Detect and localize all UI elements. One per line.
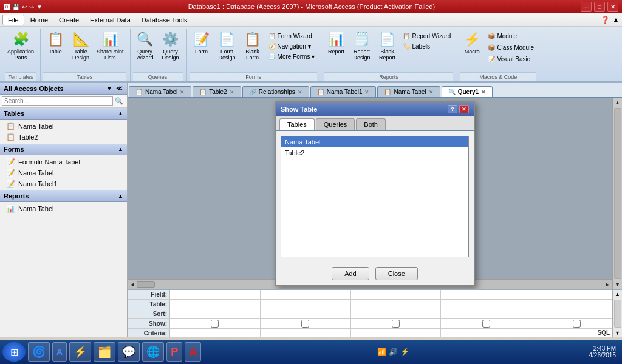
taskbar-app-access[interactable]: A (185, 342, 201, 362)
query-wizard-button[interactable]: 🔍 QueryWizard (133, 30, 157, 62)
search-input[interactable] (2, 96, 113, 106)
grid-scroll-track[interactable] (614, 300, 621, 328)
show-check-3[interactable] (351, 319, 442, 328)
tab-nama-tabel-5-close[interactable]: ✕ (429, 89, 434, 95)
nav-collapse-icon[interactable]: ▼ (105, 84, 114, 92)
grid-vertical-scroll[interactable]: ▲ ▼ (612, 290, 622, 337)
nav-section-reports[interactable]: Reports ▲ (0, 190, 127, 202)
table-design-button[interactable]: 📐 TableDesign (69, 30, 93, 62)
table-cell-4[interactable] (441, 300, 531, 309)
nav-item-nama-tabel[interactable]: 📋 Nama Tabel (0, 121, 127, 132)
table-cell-5[interactable] (531, 300, 622, 309)
tab-nama-tabel-close[interactable]: ✕ (180, 89, 185, 95)
report-button[interactable]: 📊 Report (324, 30, 348, 56)
sort-cell-2[interactable] (261, 309, 351, 318)
application-parts-button[interactable]: 🧩 ApplicationParts (5, 30, 36, 62)
field-cell-4[interactable] (441, 290, 531, 299)
start-button[interactable]: ⊞ (2, 342, 26, 362)
sort-cell-3[interactable] (351, 309, 442, 318)
tab-table2[interactable]: 📋 Table2 ✕ (193, 86, 241, 97)
save-quick-icon[interactable]: 💾 (12, 4, 19, 10)
tab-nama-tabel1[interactable]: 📋 Nama Tabel1 ✕ (310, 86, 377, 97)
dropdown-quick-icon[interactable]: ▼ (36, 4, 43, 10)
menu-home[interactable]: Home (26, 15, 53, 25)
dialog-tab-queries[interactable]: Queries (316, 118, 355, 130)
field-cell-3[interactable] (351, 290, 442, 299)
report-design-button[interactable]: 🗒️ ReportDesign (349, 30, 374, 62)
criteria-cell-1[interactable] (170, 329, 261, 337)
field-cell-1[interactable] (170, 290, 261, 299)
table-cell-2[interactable] (261, 300, 351, 309)
table-list[interactable]: Nama Tabel Table2 (281, 136, 469, 257)
dialog-help-button[interactable]: ? (448, 105, 457, 113)
table-list-item-table2[interactable]: Table2 (281, 147, 468, 158)
show-check-5[interactable] (531, 319, 622, 328)
more-forms-dropdown-icon[interactable]: ▾ (312, 53, 315, 60)
criteria-cell-2[interactable] (261, 329, 351, 337)
sort-cell-5[interactable] (531, 309, 622, 318)
nav-item-formulir[interactable]: 📝 Formulir Nama Tabel (0, 157, 127, 167)
class-module-button[interactable]: 📦 Class Module (485, 43, 536, 52)
tab-query1-close[interactable]: ✕ (481, 89, 486, 95)
query-design-button[interactable]: ⚙️ QueryDesign (159, 30, 183, 62)
sharepoint-button[interactable]: 📊 SharePointLists (94, 30, 126, 62)
tab-query1[interactable]: 🔍 Query1 ✕ (442, 86, 493, 97)
tab-relationships[interactable]: 🔗 Relationships ✕ (242, 86, 309, 97)
nav-item-nama-tabel-report[interactable]: 📊 Nama Tabel (0, 203, 127, 214)
redo-quick-icon[interactable]: ↪ (29, 4, 34, 10)
maximize-button[interactable]: □ (594, 2, 605, 12)
grid-scroll-up[interactable]: ▲ (613, 290, 621, 298)
criteria-cell-3[interactable] (351, 329, 442, 337)
taskbar-app-chrome[interactable]: 🌐 (142, 342, 164, 362)
search-icon[interactable]: 🔍 (113, 96, 125, 106)
macro-button[interactable]: ⚡ Macro (460, 30, 484, 56)
taskbar-app-smartflow[interactable]: 🌀 (28, 342, 50, 362)
tab-table2-close[interactable]: ✕ (230, 89, 234, 95)
undo-quick-icon[interactable]: ↩ (22, 4, 27, 10)
show-check-1[interactable] (170, 319, 261, 328)
sort-cell-4[interactable] (441, 309, 531, 318)
tab-relationships-close[interactable]: ✕ (298, 89, 302, 95)
menu-create[interactable]: Create (54, 15, 84, 25)
tab-nama-tabel-5[interactable]: 📋 Nama Tabel ✕ (377, 86, 440, 97)
form-button[interactable]: 📝 Form (190, 30, 214, 56)
dialog-tab-tables[interactable]: Tables (279, 118, 315, 130)
menu-external-data[interactable]: External Data (85, 15, 135, 25)
table-list-item-nama-tabel[interactable]: Nama Tabel (281, 136, 468, 147)
module-button[interactable]: 📦 Module (485, 32, 536, 41)
nav-item-nama-tabel-form[interactable]: 📝 Nama Tabel (0, 167, 127, 178)
help-icon[interactable]: ❓ (601, 16, 610, 24)
add-button[interactable]: Add (332, 267, 369, 280)
grid-scroll-down[interactable]: ▼ (613, 329, 621, 337)
minimize-ribbon-icon[interactable]: ▲ (612, 16, 620, 24)
close-dialog-button[interactable]: Close (375, 267, 418, 280)
nav-section-tables[interactable]: Tables ▲ (0, 108, 127, 120)
nav-hide-icon[interactable]: ≪ (115, 84, 123, 92)
show-check-4[interactable] (441, 319, 531, 328)
more-forms-button[interactable]: 📑 More Forms ▾ (266, 52, 318, 61)
nav-item-table2[interactable]: 📋 Table2 (0, 132, 127, 143)
dialog-tab-both[interactable]: Both (356, 118, 386, 130)
visual-basic-button[interactable]: 📝 Visual Basic (485, 55, 536, 64)
blank-form-button[interactable]: 📋 BlankForm (241, 30, 265, 62)
taskbar-app-bluetooth[interactable]: ⚡ (69, 342, 91, 362)
nav-section-forms[interactable]: Forms ▲ (0, 144, 127, 155)
tab-nama-tabel[interactable]: 📋 Nama Tabel ✕ (129, 86, 191, 97)
labels-button[interactable]: 🏷️ Labels (400, 42, 453, 51)
criteria-cell-4[interactable] (441, 329, 531, 337)
minimize-button[interactable]: ─ (581, 2, 592, 12)
form-design-button[interactable]: 📄 FormDesign (215, 30, 239, 62)
table-button[interactable]: 📋 Table (43, 30, 67, 56)
taskbar-app-line[interactable]: 💬 (118, 342, 140, 362)
menu-database-tools[interactable]: Database Tools (137, 15, 193, 25)
nav-item-nama-tabel1[interactable]: 📝 Nama Tabel1 (0, 178, 127, 189)
taskbar-clock[interactable]: 2:43 PM 4/26/2015 (585, 344, 620, 360)
report-wizard-button[interactable]: 📋 Report Wizard (400, 32, 453, 41)
form-wizard-button[interactable]: 📋 Form Wizard (266, 32, 318, 41)
navigation-dropdown-icon[interactable]: ▾ (308, 43, 311, 50)
tab-nama-tabel1-close[interactable]: ✕ (364, 89, 369, 95)
table-cell-3[interactable] (351, 300, 442, 309)
taskbar-app-2[interactable]: A (52, 342, 67, 362)
menu-file[interactable]: File (2, 15, 24, 25)
field-cell-5[interactable] (531, 290, 622, 299)
